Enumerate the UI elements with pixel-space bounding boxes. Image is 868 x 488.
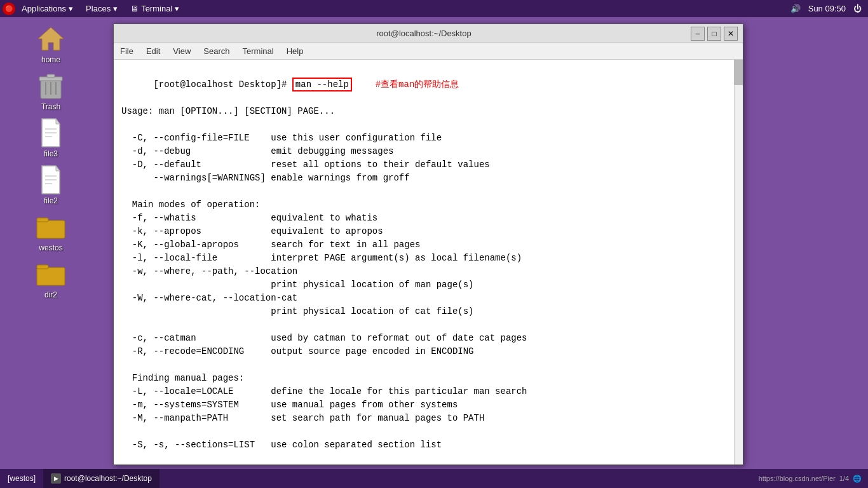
file2-icon-img <box>36 165 66 195</box>
maximize-button[interactable]: □ <box>707 27 721 41</box>
taskbar-terminal-task[interactable]: ▶ root@localhost:~/Desktop <box>43 469 159 488</box>
home-icon-label: home <box>41 55 60 64</box>
terminal-line-21: -M, --manpath=PATH set search path for m… <box>121 412 735 425</box>
svg-rect-19 <box>37 268 65 285</box>
desktop: home Trash file3 <box>0 17 102 469</box>
globe-icon: 🌐 <box>853 475 862 483</box>
terminal-line-19: -L, --locale=LOCALE define the locale fo… <box>121 385 735 398</box>
svg-rect-17 <box>37 220 65 238</box>
terminal-line-17: -R, --recode=ENCODING output source page… <box>121 345 735 358</box>
menu-help[interactable]: Help <box>280 43 310 60</box>
menu-view[interactable]: View <box>166 43 197 60</box>
terminal-line-9: -k, --apropos equivalent to apropos <box>121 225 735 238</box>
dir2-icon-label: dir2 <box>44 290 57 299</box>
terminal-line-1: [root@localhost Desktop]# man --help #查看… <box>121 65 735 105</box>
terminal-line-15: print physical location of cat file(s) <box>121 305 735 318</box>
terminal-window: root@localhost:~/Desktop – □ ✕ File Edit… <box>113 24 743 465</box>
terminal-line-2: Usage: man [OPTION...] [SECTION] PAGE... <box>121 105 735 118</box>
svg-marker-8 <box>56 119 60 124</box>
terminal-line-11: -l, --local-file interpret PAGE argument… <box>121 252 735 265</box>
terminal-line-10: -K, --global-apropos search for text in … <box>121 238 735 252</box>
dir2-icon-img <box>36 259 66 289</box>
applications-menu[interactable]: Applications ▾ <box>15 0 79 17</box>
bottom-taskbar: [westos] ▶ root@localhost:~/Desktop http… <box>0 469 868 488</box>
westos-icon-img <box>36 212 66 242</box>
terminal-line-3: -C, --config-file=FILE use this user con… <box>121 132 735 145</box>
command-highlight: man --help <box>292 78 352 92</box>
terminal-chevron: ▾ <box>175 4 179 13</box>
window-controls: – □ ✕ <box>691 27 738 41</box>
menu-terminal[interactable]: Terminal <box>236 43 280 60</box>
desktop-icon-file3[interactable]: file3 <box>22 118 79 158</box>
minimize-button[interactable]: – <box>691 27 705 41</box>
clock: Sun 09:50 <box>808 4 846 13</box>
places-chevron: ▾ <box>113 4 118 13</box>
terminal-menubar: File Edit View Search Terminal Help <box>114 43 743 60</box>
file3-icon-label: file3 <box>44 149 58 158</box>
close-button[interactable]: ✕ <box>724 27 738 41</box>
menu-search[interactable]: Search <box>197 43 236 60</box>
terminal-line-22: -S, -s, --sections=LIST use colon separa… <box>121 438 735 452</box>
terminal-line-12: -w, --where, --path, --location <box>121 265 735 278</box>
redhat-icon: 🔴 <box>3 3 15 15</box>
terminal-title: root@localhost:~/Desktop <box>157 29 691 38</box>
terminal-line-blank-5 <box>121 425 735 438</box>
terminal-line-8: -f, --whatis equivalent to whatis <box>121 212 735 225</box>
applications-label: Applications <box>22 4 66 13</box>
terminal-line-16: -c, --catman used by catman to reformat … <box>121 332 735 345</box>
terminal-line-20: -m, --systems=SYSTEM use manual pages fr… <box>121 398 735 412</box>
scrollbar-thumb[interactable] <box>734 60 743 85</box>
top-taskbar: 🔴 Applications ▾ Places ▾ 🖥 Terminal ▾ 🔊… <box>0 0 868 17</box>
terminal-line-6: --warnings[=WARNINGS] enable warnings fr… <box>121 172 735 185</box>
terminal-line-blank-1 <box>121 118 735 132</box>
menu-edit[interactable]: Edit <box>140 43 166 60</box>
svg-marker-13 <box>56 166 60 171</box>
terminal-label: Terminal <box>141 4 172 13</box>
svg-marker-0 <box>38 27 64 50</box>
home-icon-img <box>36 24 66 54</box>
desktop-icon-file2[interactable]: file2 <box>22 165 79 205</box>
url-text: https://blog.csdn.net/Pier <box>759 475 836 482</box>
taskbar-westos[interactable]: [westos] <box>0 469 43 488</box>
page-info: 1/4 <box>839 475 849 482</box>
power-icon[interactable]: ⏻ <box>853 4 862 13</box>
applications-chevron: ▾ <box>69 4 73 13</box>
terminal-line-4: -d, --debug emit debugging messages <box>121 145 735 158</box>
svg-rect-18 <box>37 218 48 222</box>
westos-icon-label: westos <box>39 243 62 252</box>
terminal-line-14: -W, --where-cat, --location-cat <box>121 292 735 305</box>
trash-icon-img <box>36 71 66 101</box>
terminal-task-label: root@localhost:~/Desktop <box>64 474 152 483</box>
svg-rect-20 <box>37 265 48 269</box>
terminal-content[interactable]: [root@localhost Desktop]# man --help #查看… <box>114 60 743 464</box>
desktop-icon-westos[interactable]: westos <box>22 212 79 252</box>
terminal-titlebar: root@localhost:~/Desktop – □ ✕ <box>114 24 743 43</box>
terminal-menu[interactable]: 🖥 Terminal ▾ <box>124 0 186 17</box>
terminal-line-blank-2 <box>121 185 735 198</box>
bottom-right-info: https://blog.csdn.net/Pier 1/4 🌐 <box>759 475 868 483</box>
terminal-line-5: -D, --default reset all options to their… <box>121 158 735 172</box>
places-menu[interactable]: Places ▾ <box>79 0 124 17</box>
terminal-line-7: Main modes of operation: <box>121 198 735 212</box>
westos-taskbar-label: [westos] <box>8 474 36 483</box>
terminal-line-blank-3 <box>121 318 735 332</box>
trash-icon-label: Trash <box>41 102 60 111</box>
terminal-line-18: Finding manual pages: <box>121 372 735 385</box>
terminal-line-blank-4 <box>121 358 735 372</box>
svg-rect-3 <box>47 74 55 78</box>
desktop-icon-home[interactable]: home <box>22 24 79 64</box>
comment-text: #查看man的帮助信息 <box>365 79 459 90</box>
menu-file[interactable]: File <box>114 43 140 60</box>
terminal-line-13: print physical location of man page(s) <box>121 278 735 292</box>
desktop-icon-trash[interactable]: Trash <box>22 71 79 111</box>
places-label: Places <box>86 4 111 13</box>
volume-icon[interactable]: 🔊 <box>790 4 801 13</box>
desktop-icon-dir2[interactable]: dir2 <box>22 259 79 299</box>
prompt-text: [root@localhost Desktop]# <box>153 79 292 90</box>
terminal-icon-top: 🖥 <box>130 4 139 13</box>
file2-icon-label: file2 <box>44 196 58 205</box>
file3-icon-img <box>36 118 66 148</box>
terminal-taskbar-icon: ▶ <box>51 473 61 484</box>
terminal-scrollbar[interactable] <box>734 60 743 464</box>
